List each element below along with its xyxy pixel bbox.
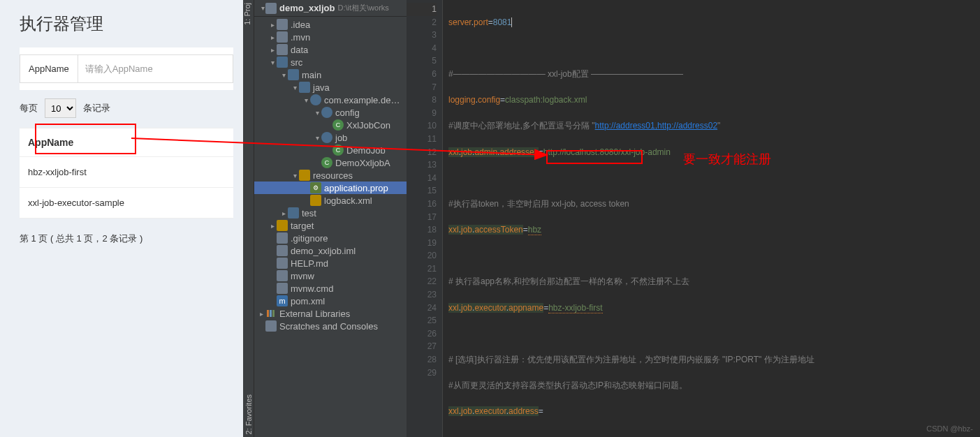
folder-icon (288, 69, 299, 80)
tree-node-package[interactable]: ▾com.example.de… (254, 94, 407, 106)
search-row: AppName (20, 47, 233, 90)
tree-node-class[interactable]: DemoJob (254, 144, 407, 156)
tree-node-mvnwcmd[interactable]: mvnw.cmd (254, 282, 407, 295)
tree-node-iml[interactable]: demo_xxljob.iml (254, 244, 407, 257)
tree-node-appprops[interactable]: application.prop (254, 182, 407, 194)
tree-node-scratch[interactable]: Scratches and Consoles (254, 320, 407, 332)
class-icon (332, 145, 344, 156)
page-size-select[interactable]: 10 (45, 98, 76, 118)
svg-rect-0 (267, 310, 269, 317)
file-icon (277, 270, 288, 281)
tree-node-data[interactable]: ▸data (254, 43, 407, 56)
folder-icon (277, 31, 288, 43)
line-gutter: 1234567891011121314151617181920212223242… (407, 0, 443, 437)
code-editor[interactable]: 1234567891011121314151617181920212223242… (407, 0, 980, 437)
project-tree-panel: ▾ demo_xxljob D:\it相关\works ▸.idea ▸.mvn… (254, 0, 407, 437)
resources-folder-icon (299, 170, 310, 181)
tree-node-src[interactable]: ▾src (254, 56, 407, 68)
project-root-path: D:\it相关\works (337, 3, 388, 13)
project-root-name[interactable]: demo_xxljob (279, 3, 335, 13)
tree-node-main[interactable]: ▾main (254, 68, 407, 81)
tree-node-idea[interactable]: ▸.idea (254, 18, 407, 31)
chevron-down-icon: ▾ (313, 134, 321, 142)
tree-node-test[interactable]: ▸test (254, 207, 407, 219)
table-row[interactable]: hbz-xxljob-first (20, 157, 233, 188)
chevron-down-icon: ▾ (291, 172, 299, 179)
chevron-down-icon: ▾ (302, 96, 310, 104)
tree-node-mvn[interactable]: ▸.mvn (254, 31, 407, 43)
class-icon (321, 157, 332, 168)
appname-label: AppName (20, 54, 78, 83)
package-icon (321, 107, 332, 118)
class-icon (332, 119, 344, 131)
tree-node-class[interactable]: DemoXxljobA (254, 156, 407, 169)
code-area[interactable]: server.port=8081 #——————————— xxl-job配置 … (443, 0, 980, 437)
tree-node-target[interactable]: ▸target (254, 219, 407, 232)
folder-icon (277, 44, 288, 55)
chevron-down-icon: ▾ (268, 59, 277, 66)
per-page-post: 条记录 (83, 102, 110, 114)
file-icon (277, 245, 288, 256)
page-size-row: 每页 10 条记录 (0, 90, 243, 128)
tree-node-job[interactable]: ▾job (254, 131, 407, 144)
table-row[interactable]: xxl-job-executor-sample (20, 188, 233, 218)
annotation-text: 要一致才能注册 (683, 151, 771, 168)
tree-node-gitignore[interactable]: .gitignore (254, 232, 407, 244)
chevron-right-icon: ▸ (268, 46, 277, 54)
tree-node-resources[interactable]: ▾resources (254, 169, 407, 182)
tree-node-mvnw[interactable]: mvnw (254, 269, 407, 282)
folder-icon (277, 19, 288, 30)
pagination-footer: 第 1 页 ( 总共 1 页，2 条记录 ) (0, 218, 243, 245)
appname-input[interactable] (78, 54, 233, 83)
tree-node-class[interactable]: XxlJobCon (254, 119, 407, 131)
chevron-down-icon: ▾ (313, 109, 321, 117)
tab-project[interactable]: 1: Proj (243, 3, 251, 25)
tree-node-logback[interactable]: logback.xml (254, 194, 407, 207)
file-icon (277, 232, 288, 244)
caret-icon (511, 17, 512, 27)
tree-node-extlib[interactable]: ▸External Libraries (254, 307, 407, 320)
package-icon (310, 94, 321, 105)
chevron-right-icon: ▸ (268, 222, 277, 230)
library-icon (265, 308, 277, 319)
panel-title: 执行器管理 (0, 0, 243, 47)
maven-icon: m (277, 295, 288, 306)
tree-node-pom[interactable]: mpom.xml (254, 295, 407, 307)
xml-file-icon (310, 195, 321, 206)
tool-window-stripe: 1: Proj 2: Favorites (243, 0, 254, 437)
scratch-icon (265, 320, 277, 332)
appname-table: AppName hbz-xxljob-first xxl-job-executo… (20, 128, 233, 218)
chevron-right-icon: ▸ (268, 21, 277, 29)
folder-icon (299, 82, 310, 93)
folder-icon (277, 220, 288, 231)
properties-file-icon (310, 182, 321, 193)
chevron-right-icon: ▸ (268, 34, 277, 41)
tree-node-java[interactable]: ▾java (254, 81, 407, 94)
svg-rect-2 (272, 310, 275, 317)
chevron-down-icon[interactable]: ▾ (257, 4, 265, 12)
file-icon (277, 258, 288, 269)
folder-icon (288, 207, 299, 218)
folder-icon (265, 3, 277, 14)
tree-node-help[interactable]: HELP.md (254, 257, 407, 269)
per-page-pre: 每页 (20, 102, 38, 114)
tab-favorites[interactable]: 2: Favorites (244, 394, 253, 434)
watermark: CSDN @hbz- (926, 424, 973, 433)
project-tree-header: ▾ demo_xxljob D:\it相关\works (254, 0, 407, 17)
file-icon (277, 283, 288, 294)
chevron-down-icon: ▾ (279, 71, 288, 79)
th-appname: AppName (20, 128, 233, 157)
tree-node-config[interactable]: ▾config (254, 106, 407, 119)
chevron-right-icon: ▸ (257, 310, 265, 318)
executor-manager-panel: 执行器管理 AppName 每页 10 条记录 AppName hbz-xxlj… (0, 0, 243, 437)
package-icon (321, 132, 332, 143)
folder-icon (277, 57, 288, 68)
chevron-right-icon: ▸ (279, 209, 288, 217)
chevron-down-icon: ▾ (291, 84, 299, 91)
svg-rect-1 (270, 310, 272, 317)
